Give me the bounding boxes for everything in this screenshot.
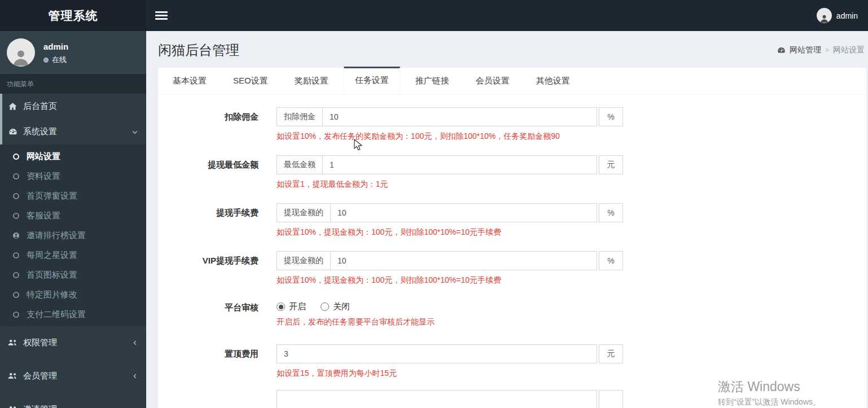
tab-promotion-link[interactable]: 推广链接 — [404, 68, 461, 94]
status-dot-icon — [43, 58, 49, 63]
chevron-down-icon — [131, 129, 138, 135]
brand-logo[interactable]: 管理系统 — [0, 0, 146, 31]
sidebar-item-label: 邀请排行榜设置 — [27, 230, 86, 241]
settings-tabs: 基本设置 SEO设置 奖励设置 任务设置 推广链接 会员设置 其他设置 — [158, 68, 866, 95]
tab-reward-settings[interactable]: 奖励设置 — [283, 68, 340, 94]
app-root: 管理系统 admin admin — [0, 0, 868, 408]
chevron-left-icon — [132, 340, 138, 346]
sidebar-toggle-button[interactable] — [155, 10, 168, 21]
menu-section-label: 功能菜单 — [0, 74, 146, 94]
sidebar-item-payment-qrcode-settings[interactable]: 支付二维码设置 — [0, 305, 146, 324]
form-row-pin-fee: 置顶费用 元 如设置15，置顶费用为每小时15元 — [158, 344, 866, 379]
field-label: 提现最低金额 — [158, 155, 258, 190]
breadcrumb-separator: > — [825, 46, 829, 54]
sidebar-item-label: 系统设置 — [23, 126, 126, 137]
sidebar-item-invite-management[interactable]: 邀请管理 — [0, 397, 146, 408]
input-prefix-addon: 扣除佣金 — [277, 108, 323, 126]
sidebar-item-home-icon-settings[interactable]: 首页图标设置 — [0, 265, 146, 285]
circle-icon — [12, 271, 20, 279]
dashboard-icon — [8, 128, 17, 137]
sidebar-item-label: 首页图标设置 — [27, 270, 77, 280]
sidebar-item-label: 邀请管理 — [23, 404, 138, 408]
form-row-commission-deduction: 扣除佣金 扣除佣金 % 如设置10%，发布任务的奖励金额为：100元，则扣除10… — [158, 107, 866, 142]
sidebar-item-home[interactable]: 后台首页 — [0, 94, 146, 119]
tab-seo-settings[interactable]: SEO设置 — [222, 68, 279, 94]
sidebar-item-label: 网站设置 — [27, 151, 60, 162]
field-label: 扣除佣金 — [158, 107, 258, 142]
input-suffix-addon: % — [599, 251, 623, 270]
sidebar-item-specific-image-edit[interactable]: 特定图片修改 — [0, 285, 146, 305]
sidebar-item-customer-service-settings[interactable]: 客服设置 — [0, 206, 146, 226]
circle-icon — [12, 252, 20, 259]
form-row-vip-withdraw-fee: VIP提现手续费 提现金额的 % 如设置10%，提现金额为：100元，则扣除10… — [158, 251, 866, 286]
sidebar-item-home-popup-settings[interactable]: 首页弹窗设置 — [0, 186, 146, 206]
input-suffix-addon: 元 — [599, 155, 623, 174]
commission-deduction-input[interactable] — [323, 108, 597, 126]
tab-basic-settings[interactable]: 基本设置 — [161, 68, 218, 94]
topbar-main: admin — [146, 0, 868, 31]
sidebar-item-profile-settings[interactable]: 资料设置 — [0, 166, 146, 186]
circle-icon — [12, 192, 20, 200]
avatar — [817, 8, 832, 23]
withdraw-fee-input[interactable] — [331, 204, 597, 222]
home-icon — [8, 102, 17, 111]
sidebar-menu: 后台首页 系统设置 网站设置 — [0, 94, 146, 408]
user-status: 在线 — [43, 55, 68, 65]
sidebar-item-label: 后台首页 — [23, 101, 138, 112]
tab-other-settings[interactable]: 其他设置 — [525, 68, 581, 94]
radio-option-on[interactable]: 开启 — [277, 301, 306, 312]
dashboard-icon — [777, 46, 786, 55]
circle-icon — [12, 173, 20, 180]
sidebar-item-label: 权限管理 — [23, 337, 126, 348]
breadcrumb-current: 网站设置 — [833, 45, 865, 55]
sidebar-item-system-settings[interactable]: 系统设置 — [0, 119, 146, 144]
sidebar-item-invite-ranking-settings[interactable]: 邀请排行榜设置 — [0, 226, 146, 245]
field-hint: 如设置10%，提现金额为：100元，则扣除100*10%=10元手续费 — [277, 275, 623, 286]
topbar: 管理系统 admin — [0, 0, 868, 31]
system-settings-submenu: 网站设置 资料设置 首页弹窗设置 客服设置 — [0, 144, 146, 327]
radio-label: 关闭 — [333, 301, 350, 312]
circle-icon — [12, 212, 20, 220]
pin-fee-input[interactable] — [277, 345, 597, 363]
radio-unchecked-icon[interactable] — [321, 302, 329, 311]
users-icon — [8, 405, 17, 408]
avatar — [7, 38, 35, 67]
form-row-platform-review: 平台审核 开启 关闭 — [158, 299, 866, 327]
user-menu[interactable]: admin — [817, 8, 858, 23]
vip-withdraw-fee-input[interactable] — [331, 252, 597, 270]
platform-review-radio-group: 开启 关闭 — [277, 299, 435, 312]
min-withdraw-amount-input[interactable] — [323, 156, 597, 174]
breadcrumb-parent[interactable]: 网站管理 — [790, 45, 821, 55]
main-content: 闲猫后台管理 网站管理 > 网站设置 基本设置 SEO设置 奖励设置 任务设置 … — [146, 31, 868, 408]
sidebar-item-label: 会员管理 — [23, 371, 126, 381]
page-title: 闲猫后台管理 — [158, 41, 239, 59]
field-hint: 如设置10%，发布任务的奖励金额为：100元，则扣除100*10%，任务奖励金额… — [277, 131, 623, 142]
input-prefix-addon: 提现金额的 — [277, 204, 331, 222]
field-label — [158, 390, 258, 408]
field-label: 提现手续费 — [158, 203, 258, 238]
radio-checked-icon[interactable] — [277, 302, 285, 311]
breadcrumb: 网站管理 > 网站设置 — [777, 45, 866, 55]
sidebar-item-weekly-star-settings[interactable]: 每周之星设置 — [0, 245, 146, 265]
field-hint: 如设置15，置顶费用为每小时15元 — [277, 368, 623, 379]
input-suffix-addon: 元 — [599, 344, 623, 363]
tab-task-settings[interactable]: 任务设置 — [344, 67, 400, 94]
field-label: VIP提现手续费 — [158, 251, 258, 286]
input-prefix-addon: 提现金额的 — [277, 252, 331, 270]
sidebar-item-label: 每周之星设置 — [27, 250, 77, 261]
circle-icon — [12, 153, 20, 160]
sidebar-item-permission-management[interactable]: 权限管理 — [0, 330, 146, 356]
status-label: 在线 — [52, 55, 67, 65]
input-suffix-addon — [599, 390, 623, 408]
chevron-left-icon — [132, 373, 138, 379]
topbar-username: admin — [836, 11, 858, 20]
tab-member-settings[interactable]: 会员设置 — [464, 68, 521, 94]
radio-option-off[interactable]: 关闭 — [321, 301, 350, 312]
field-hint: 开启后，发布的任务需要平台审核后才能显示 — [277, 317, 435, 327]
users-icon — [8, 372, 17, 380]
sidebar-item-member-management[interactable]: 会员管理 — [0, 363, 146, 389]
sidebar-item-site-settings[interactable]: 网站设置 — [0, 147, 146, 166]
input-prefix-addon: 最低金额 — [277, 156, 323, 174]
clipped-input[interactable] — [277, 391, 597, 408]
sidebar-item-label: 客服设置 — [27, 210, 60, 221]
